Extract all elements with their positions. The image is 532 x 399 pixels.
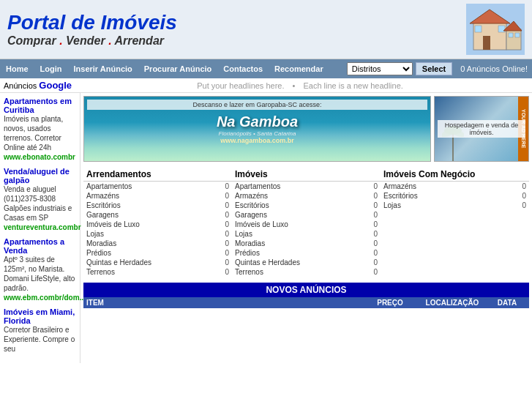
subtitle-arrendar: Arrendar [114,34,164,47]
sidebar-url-2[interactable]: ventureventura.combr [4,223,81,231]
table-row[interactable]: Imóveis de Luxo0 [83,220,232,229]
sidebar-link-1[interactable]: Apartamentos em Curitiba [4,97,72,114]
sidebar-url-1[interactable]: www.ebonato.combr [4,153,75,161]
svg-rect-6 [506,29,521,50]
nav-search[interactable]: Procurar Anúncio [138,61,218,76]
novos-header: NOVOS ANÚNCIOS [83,283,529,297]
sidebar-text-2: Venda e aluguel (011)2375-8308 Galpões i… [4,184,76,223]
col-price: PREÇO [361,297,419,308]
negocios-table: Imóveis Com Negócio Armazéns0 Escritório… [381,168,529,277]
table-row[interactable]: Escritórios0 [232,201,381,210]
table-row[interactable]: Terrenos0 [83,267,232,277]
arrendamentos-table: Arrendamentos Apartamentos0 Armazéns0 Es… [83,168,232,277]
imoveis-header: Imóveis [232,168,381,182]
online-count: 0 Anúncios Online! [456,64,532,73]
table-row[interactable]: Prédios0 [232,248,381,258]
subtitle-vender: Vender [66,34,105,47]
col-location: LOCALIZAÇÃO [419,297,485,308]
house-logo [466,4,525,55]
main-layout: Apartamentos em Curitiba Imóveis na plan… [0,93,532,363]
banner-side-text: Hospedagem e venda de imóveis. [435,117,528,141]
table-row[interactable]: Quintas e Herdades0 [232,258,381,267]
table-row[interactable]: Escritórios0 [381,191,529,201]
sidebar-text-1: Imóveis na planta, novos, usados terreno… [4,114,76,152]
table-row[interactable]: Lojas0 [381,201,529,210]
banner-main-desc: Descanso e lazer em Garopaba-SC acesse: [87,100,427,110]
svg-rect-3 [483,36,490,50]
site-subtitle: Comprar . Vender . Arrendar [7,34,177,48]
sidebar-link-3[interactable]: Apartamentos a Venda [4,237,64,255]
negocios-header: Imóveis Com Negócio [381,168,529,182]
table-row[interactable]: Imóveis de Luxo0 [232,220,381,229]
sidebar-text-3: Aptº 3 suites de 125m², no Marista. Doma… [4,255,76,293]
navbar: Home Login Inserir Anúncio Procurar Anún… [0,59,532,78]
site-title: Portal de Imóveis [7,11,177,34]
content: Descanso e lazer em Garopaba-SC acesse: … [80,93,532,363]
table-row[interactable]: Armazéns0 [83,191,232,201]
table-row[interactable]: Garagens0 [83,210,232,220]
table-row[interactable]: Armazéns0 [232,191,381,201]
dot1: . [56,34,66,47]
col-date: DATA [485,297,529,308]
sidebar-link-2[interactable]: Venda/aluguel de galpão [4,167,70,184]
header: Portal de Imóveis Comprar . Vender . Arr… [0,0,532,59]
banner-main[interactable]: Descanso e lazer em Garopaba-SC acesse: … [83,96,431,162]
imoveis-table: Imóveis Apartamentos0 Armazéns0 Escritór… [232,168,381,277]
nav-contacts[interactable]: Contactos [217,61,269,76]
banner-logo: Na Gamboa Florianópolis • Santa Catarina… [217,113,298,144]
banner-row: Descanso e lazer em Garopaba-SC acesse: … [83,96,529,162]
table-row[interactable]: Armazéns0 [381,182,529,191]
nav-home[interactable]: Home [0,61,34,76]
table-row[interactable]: Moradias0 [83,239,232,248]
table-row[interactable]: Escritórios0 [83,201,232,210]
table-row[interactable]: Apartamentos0 [83,182,232,191]
district-dropdown[interactable]: Distritos [347,62,413,75]
negocios-list: Armazéns0 Escritórios0 Lojas0 [381,182,529,210]
imoveis-list: Apartamentos0 Armazéns0 Escritórios0 Gar… [232,182,381,277]
table-row[interactable]: Terrenos0 [232,267,381,277]
table-row[interactable]: Lojas0 [83,229,232,239]
table-row[interactable]: Prédios0 [83,248,232,258]
sidebar: Apartamentos em Curitiba Imóveis na plan… [0,93,80,363]
google-label: Google [39,80,72,91]
table-row[interactable]: Lojas0 [232,229,381,239]
tables-row: Arrendamentos Apartamentos0 Armazéns0 Es… [83,168,529,277]
svg-rect-8 [509,33,513,37]
sidebar-item-1: Apartamentos em Curitiba Imóveis na plan… [4,97,76,161]
district-selector: Distritos Select [343,61,456,77]
novos-body [83,308,529,338]
select-button[interactable]: Select [416,62,452,75]
table-row[interactable]: Garagens0 [232,210,381,220]
svg-rect-5 [498,26,505,32]
subtitle-comprar: Comprar [7,34,56,47]
dot2: . [105,34,115,47]
table-row[interactable]: Apartamentos0 [232,182,381,191]
adbar-headline: Put your headlines here. • Each line is … [72,81,528,90]
table-row[interactable]: Moradias0 [232,239,381,248]
adbar-label: Anúncios Google [4,80,72,91]
sidebar-item-3: Apartamentos a Venda Aptº 3 suites de 12… [4,237,76,302]
adbar: Anúncios Google Put your headlines here.… [0,78,532,93]
sidebar-link-4[interactable]: Imóveis em Miami, Florida [4,307,75,325]
sidebar-item-2: Venda/aluguel de galpão Venda e aluguel … [4,167,76,231]
sidebar-url-3[interactable]: www.ebm.combr/dom... [4,294,86,302]
nav-recommend[interactable]: Recomendar [269,61,329,76]
banner-side[interactable]: Hospedagem e venda de imóveis. YOUR AD H… [434,96,529,162]
nav-login[interactable]: Login [34,61,68,76]
header-title: Portal de Imóveis Comprar . Vender . Arr… [7,11,177,48]
nav-insert[interactable]: Inserir Anúncio [68,61,138,76]
svg-rect-9 [515,33,520,37]
col-item: ITEM [83,297,361,308]
arrendamentos-list: Apartamentos0 Armazéns0 Escritórios0 Gar… [83,182,232,277]
table-row[interactable]: Quintas e Herdades0 [83,258,232,267]
sidebar-item-4: Imóveis em Miami, Florida Corretor Brasi… [4,307,76,354]
novos-columns: ITEM PREÇO LOCALIZAÇÃO DATA [83,297,529,308]
svg-rect-4 [475,26,482,32]
arrendamentos-header: Arrendamentos [83,168,232,182]
sidebar-text-4: Corretor Brasileiro e Experiente. Compre… [4,325,76,354]
